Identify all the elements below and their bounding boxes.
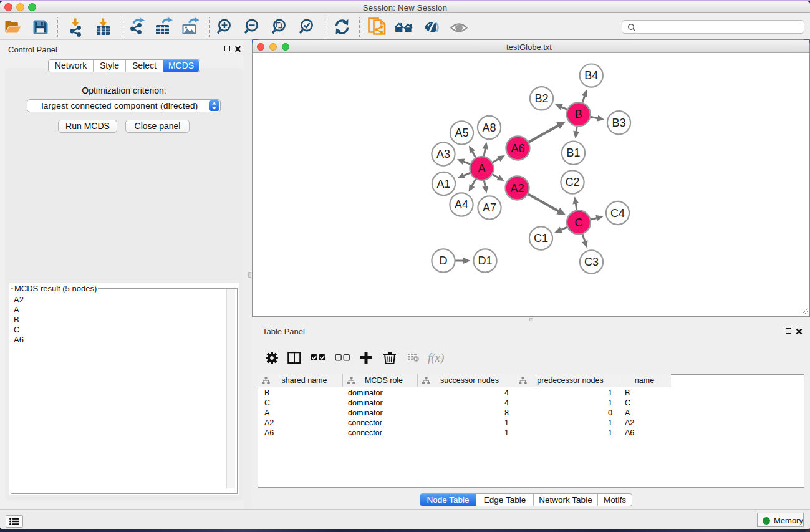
svg-text:B1: B1 [566, 147, 580, 159]
svg-text:D1: D1 [478, 254, 492, 267]
svg-text:C1: C1 [533, 232, 547, 244]
svg-text:A: A [478, 162, 485, 175]
svg-text:B: B [574, 108, 582, 120]
svg-text:B2: B2 [534, 92, 548, 104]
svg-text:A8: A8 [482, 121, 496, 133]
svg-text:A6: A6 [511, 142, 524, 154]
svg-text:B3: B3 [612, 116, 625, 128]
svg-text:f(x): f(x) [428, 352, 444, 364]
svg-text:A3: A3 [436, 148, 450, 160]
svg-text:C3: C3 [584, 256, 598, 268]
svg-text:C2: C2 [565, 176, 579, 188]
svg-text:B4: B4 [584, 69, 598, 82]
svg-text:A4: A4 [454, 198, 468, 211]
svg-text:A1: A1 [436, 177, 450, 190]
svg-text:D: D [439, 254, 447, 267]
svg-text:C: C [574, 216, 582, 228]
svg-text:A2: A2 [510, 181, 524, 194]
svg-text:C4: C4 [610, 206, 624, 219]
svg-text:A5: A5 [455, 127, 468, 139]
svg-text:A7: A7 [482, 201, 496, 214]
